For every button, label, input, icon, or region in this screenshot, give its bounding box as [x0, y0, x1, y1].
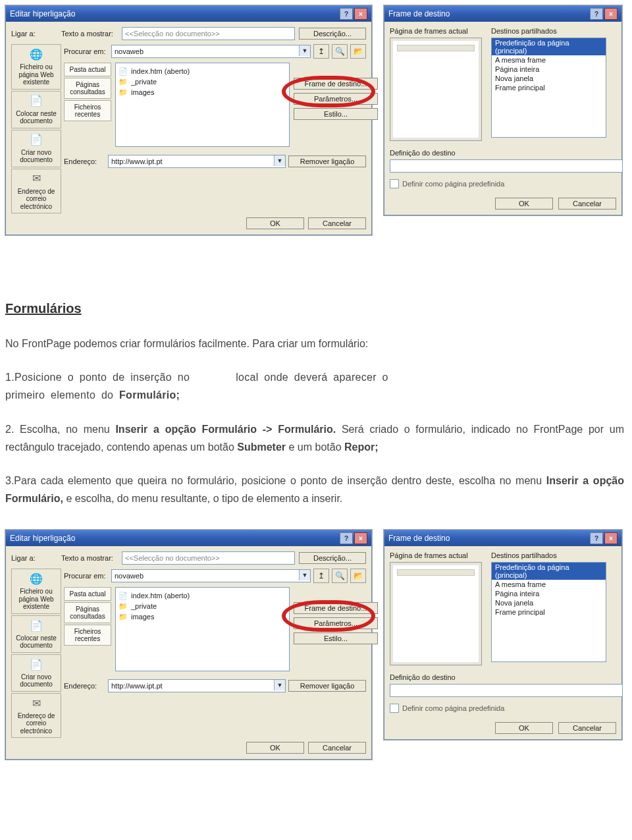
file-row[interactable]: 📁 _private	[118, 76, 286, 87]
destination-item[interactable]: A mesma frame	[492, 55, 606, 65]
shared-destinations-label: Destinos partilhados	[491, 551, 606, 559]
chevron-down-icon[interactable]: ▼	[274, 680, 285, 690]
close-icon[interactable]: ×	[354, 8, 367, 20]
edit-hyperlink-dialog: Editar hiperligação ? × Ligar a: Texto a…	[5, 5, 372, 235]
document-body: Formulários No FrontPage podemos criar f…	[5, 242, 624, 530]
tab-current-folder[interactable]: Pasta actual	[64, 587, 111, 601]
browse-files-icon[interactable]: 📂	[350, 44, 366, 59]
help-icon[interactable]: ?	[340, 532, 353, 544]
help-icon[interactable]: ?	[590, 8, 603, 20]
sidebar-new-document[interactable]: 📄 Criar novo documento	[11, 130, 61, 167]
cancel-button[interactable]: Cancelar	[558, 198, 616, 210]
destination-item[interactable]: A mesma frame	[492, 580, 606, 589]
destination-item[interactable]: Frame principal	[492, 83, 606, 92]
link-to-label: Ligar a:	[11, 30, 57, 38]
remove-link-button[interactable]: Remover ligação	[288, 155, 366, 167]
file-name: images	[131, 88, 154, 96]
sidebar-this-document[interactable]: 📄 Colocar neste documento	[11, 615, 61, 653]
dialog-titlebar: Frame de destino ? ×	[384, 6, 621, 22]
file-row[interactable]: 📄 index.htm (aberto)	[118, 590, 286, 601]
help-icon[interactable]: ?	[590, 532, 603, 544]
cancel-button[interactable]: Cancelar	[308, 742, 366, 754]
default-page-checkbox[interactable]	[390, 704, 399, 713]
file-list[interactable]: 📄 index.htm (aberto) 📁 _private 📁 image	[115, 63, 290, 147]
address-label: Endereço:	[64, 682, 105, 690]
sidebar-new-document[interactable]: 📄 Criar novo documento	[11, 654, 61, 692]
paragraph-text: primeiro elemento do	[5, 389, 119, 401]
close-icon[interactable]: ×	[604, 532, 618, 544]
destination-item[interactable]: Nova janela	[492, 598, 606, 607]
tab-current-folder[interactable]: Pasta actual	[64, 63, 111, 76]
sidebar-this-document[interactable]: 📄 Colocar neste documento	[11, 91, 61, 128]
destinations-list[interactable]: Predefinição da página (principal) A mes…	[491, 562, 606, 662]
tab-browsed-pages[interactable]: Páginas consultadas	[64, 602, 111, 623]
file-name: images	[131, 613, 154, 621]
file-list[interactable]: 📄 index.htm (aberto) 📁 _private 📁 image	[115, 587, 290, 671]
help-icon[interactable]: ?	[340, 8, 353, 20]
chevron-down-icon[interactable]: ▼	[299, 45, 310, 56]
page-icon: 📄	[118, 591, 128, 600]
destination-item[interactable]: Nova janela	[492, 74, 606, 83]
browse-web-icon[interactable]: 🔍	[332, 569, 348, 583]
close-icon[interactable]: ×	[354, 532, 367, 544]
description-button[interactable]: Descrição...	[299, 28, 366, 40]
file-row[interactable]: 📁 _private	[118, 601, 286, 611]
destination-item[interactable]: Frame principal	[492, 607, 606, 617]
sidebar-existing-file[interactable]: 🌐 Ficheiro ou página Web existente	[11, 569, 61, 614]
file-row[interactable]: 📁 images	[118, 87, 286, 98]
browse-web-icon[interactable]: 🔍	[332, 44, 348, 59]
tab-recent-files[interactable]: Ficheiros recentes	[64, 625, 111, 646]
up-folder-icon[interactable]: ↥	[313, 569, 329, 583]
search-in-combo[interactable]: novaweb ▼	[111, 45, 311, 58]
up-folder-icon[interactable]: ↥	[313, 44, 329, 59]
ok-button[interactable]: OK	[495, 722, 553, 734]
target-frame-button[interactable]: Frame de destino...	[294, 602, 378, 614]
definition-input[interactable]	[390, 684, 623, 697]
file-row[interactable]: 📄 index.htm (aberto)	[118, 66, 286, 76]
parameters-button[interactable]: Parâmetros...	[294, 93, 378, 105]
cancel-button[interactable]: Cancelar	[308, 217, 366, 229]
text-to-show-input[interactable]: <<Selecção no documento>>	[122, 27, 295, 40]
edit-hyperlink-dialog: Editar hiperligação ? × Ligar a: Texto a…	[5, 530, 372, 760]
text-to-show-input[interactable]: <<Selecção no documento>>	[122, 551, 295, 565]
paragraph: 1.Posicione o ponto de inserção no local…	[5, 368, 624, 404]
sidebar-email[interactable]: ✉ Endereço de correio electrónico	[11, 693, 61, 739]
sidebar-item-label: Ficheiro ou página Web existente	[13, 63, 59, 86]
tab-recent-files[interactable]: Ficheiros recentes	[64, 100, 111, 121]
sidebar-item-label: Criar novo documento	[13, 673, 59, 688]
target-frame-dialog: Frame de destino ? × Página de frames ac…	[384, 5, 622, 215]
ok-button[interactable]: OK	[495, 198, 553, 210]
chevron-down-icon[interactable]: ▼	[299, 570, 310, 580]
address-value: http://www.ipt.pt	[111, 157, 163, 165]
parameters-button[interactable]: Parâmetros...	[294, 617, 378, 629]
destination-item[interactable]: Página inteira	[492, 589, 606, 598]
paragraph-bold: Repor;	[344, 441, 379, 453]
ok-button[interactable]: OK	[246, 217, 304, 229]
file-row[interactable]: 📁 images	[118, 611, 286, 622]
sidebar-existing-file[interactable]: 🌐 Ficheiro ou página Web existente	[11, 44, 61, 90]
target-frame-button[interactable]: Frame de destino...	[294, 78, 378, 90]
style-button[interactable]: Estilo...	[294, 632, 378, 644]
ok-button[interactable]: OK	[246, 742, 304, 754]
destination-item[interactable]: Predefinição da página (principal)	[492, 38, 606, 55]
default-page-checkbox[interactable]	[390, 179, 399, 188]
style-button[interactable]: Estilo...	[294, 108, 378, 120]
description-button[interactable]: Descrição...	[299, 552, 366, 564]
sidebar-email[interactable]: ✉ Endereço de correio electrónico	[11, 169, 61, 214]
browse-files-icon[interactable]: 📂	[350, 569, 366, 583]
destination-item[interactable]: Página inteira	[492, 65, 606, 74]
address-input[interactable]: http://www.ipt.pt ▼	[108, 679, 286, 692]
close-icon[interactable]: ×	[604, 8, 618, 20]
tab-browsed-pages[interactable]: Páginas consultadas	[64, 78, 111, 99]
chevron-down-icon[interactable]: ▼	[274, 155, 285, 166]
cancel-button[interactable]: Cancelar	[558, 722, 616, 734]
remove-link-button[interactable]: Remover ligação	[288, 680, 366, 692]
destinations-list[interactable]: Predefinição da página (principal) A mes…	[491, 38, 606, 138]
dialog-titlebar: Editar hiperligação ? ×	[6, 6, 371, 22]
address-input[interactable]: http://www.ipt.pt ▼	[108, 155, 286, 168]
globe-icon: 🌐	[29, 47, 43, 62]
destination-item[interactable]: Predefinição da página (principal)	[492, 563, 606, 580]
search-in-combo[interactable]: novaweb ▼	[111, 569, 311, 582]
definition-input[interactable]	[390, 159, 623, 173]
default-page-checkbox-label: Definir como página predefinida	[402, 704, 504, 712]
